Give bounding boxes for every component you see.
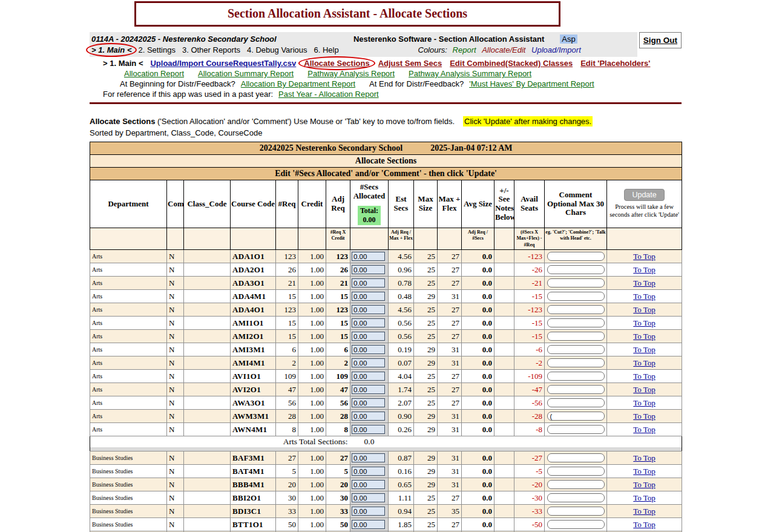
to-top-link[interactable]: To Top — [633, 292, 656, 301]
to-top-link[interactable]: To Top — [633, 345, 656, 354]
secs-allocated-input[interactable] — [352, 292, 385, 301]
comment-input[interactable] — [547, 493, 605, 502]
cell-est-secs: 4.56 — [389, 303, 414, 317]
to-top-link[interactable]: To Top — [633, 467, 656, 476]
secs-allocated-input[interactable] — [352, 412, 385, 421]
comment-input[interactable] — [547, 305, 605, 314]
secs-allocated-input[interactable] — [352, 265, 385, 274]
secs-allocated-input[interactable] — [352, 398, 385, 407]
to-top-link[interactable]: To Top — [633, 493, 656, 502]
comment-input[interactable] — [547, 480, 605, 489]
secs-allocated-input[interactable] — [352, 252, 385, 261]
secs-allocated-input[interactable] — [352, 467, 385, 476]
cell-class-code — [184, 277, 231, 290]
to-top-link[interactable]: To Top — [633, 385, 656, 394]
nav-link-pathway-analysis-summary-report[interactable]: Pathway Analysis Summary Report — [409, 69, 531, 78]
secs-allocated-input[interactable] — [352, 520, 385, 529]
to-top-link[interactable]: To Top — [633, 453, 656, 462]
comment-input[interactable] — [547, 372, 605, 381]
comment-input[interactable] — [547, 412, 605, 421]
secs-allocated-input[interactable] — [352, 372, 385, 381]
to-top-link[interactable]: To Top — [633, 398, 656, 407]
secs-allocated-input[interactable] — [352, 305, 385, 314]
secs-allocated-input[interactable] — [352, 332, 385, 341]
to-top-link[interactable]: To Top — [633, 318, 656, 327]
cell-req: 8 — [276, 423, 298, 436]
secs-allocated-input[interactable] — [352, 453, 385, 462]
cell-see-notes — [494, 263, 514, 277]
cell-class-code — [184, 383, 231, 396]
to-top-link[interactable]: To Top — [633, 480, 656, 489]
nav-link-allocate-sections[interactable]: Allocate Sections — [304, 59, 369, 68]
comment-input[interactable] — [547, 453, 605, 462]
cell-req: 109 — [276, 370, 298, 383]
comment-input[interactable] — [547, 345, 605, 354]
allocation-table-body: ArtsNADA1O11231.001234.5625270.0-123To T… — [90, 250, 682, 532]
menu-item-debug[interactable]: 4. Debug Various — [247, 45, 307, 54]
secs-allocated-input[interactable] — [352, 385, 385, 394]
comment-input[interactable] — [547, 332, 605, 341]
nav-link-pathway-analysis-report[interactable]: Pathway Analysis Report — [307, 69, 395, 78]
to-top-link[interactable]: To Top — [633, 425, 656, 434]
secs-allocated-input[interactable] — [352, 278, 385, 287]
cell-comb: N — [167, 317, 184, 330]
secs-allocated-input[interactable] — [352, 358, 385, 367]
comment-input[interactable] — [547, 425, 605, 434]
department-total-value: 0.0 — [350, 436, 389, 448]
nav-link-must-haves-by-department[interactable]: 'Must Haves' By Department Report — [469, 79, 594, 88]
comment-input[interactable] — [547, 278, 605, 287]
nav-link-adjust-sem-secs[interactable]: Adjust Sem Secs — [378, 59, 442, 68]
comment-input[interactable] — [547, 292, 605, 301]
secs-allocated-cell — [350, 317, 389, 330]
nav-link-allocation-by-department[interactable]: Allocation By Department Report — [241, 79, 355, 88]
menu-item-help[interactable]: 6. Help — [314, 45, 339, 54]
to-top-link[interactable]: To Top — [633, 358, 656, 367]
to-top-link[interactable]: To Top — [633, 305, 656, 314]
comment-input[interactable] — [547, 398, 605, 407]
nav-link-upload-import-csv[interactable]: Upload/Import CourseRequestTally.csv — [150, 59, 296, 68]
to-top-link[interactable]: To Top — [633, 332, 656, 341]
table-edit-instruction-row: Edit '#Secs Allocated' and/or 'Comment' … — [90, 168, 682, 180]
comment-input[interactable] — [547, 467, 605, 476]
secs-allocated-input[interactable] — [352, 318, 385, 327]
secs-allocated-input[interactable] — [352, 507, 385, 516]
to-top-link[interactable]: To Top — [633, 252, 656, 261]
cell-max-size: 29 — [414, 410, 438, 423]
secs-allocated-input[interactable] — [352, 345, 385, 354]
menu-item-main[interactable]: > 1. Main < — [91, 45, 131, 54]
to-top-link[interactable]: To Top — [633, 520, 656, 529]
comment-input[interactable] — [547, 318, 605, 327]
secs-allocated-input[interactable] — [352, 480, 385, 489]
secs-allocated-input[interactable] — [352, 425, 385, 434]
update-button[interactable]: Update — [624, 189, 664, 201]
to-top-link[interactable]: To Top — [633, 412, 656, 421]
nav-link-edit-combined[interactable]: Edit Combined(Stacked) Classes — [450, 59, 573, 68]
cell-class-code — [184, 410, 231, 423]
to-top-link[interactable]: To Top — [633, 372, 656, 381]
nav-link-edit-placeholders[interactable]: Edit 'Placeholders' — [580, 59, 650, 68]
cell-department: Arts — [90, 383, 167, 396]
nav-link-allocation-report[interactable]: Allocation Report — [124, 69, 184, 78]
sorted-by-line: Sorted by Department, Class_Code, Course… — [90, 128, 682, 137]
comment-input[interactable] — [547, 252, 605, 261]
cell-avail-seats: -33 — [514, 505, 545, 518]
comment-input[interactable] — [547, 385, 605, 394]
comment-input[interactable] — [547, 265, 605, 274]
to-top-link[interactable]: To Top — [633, 265, 656, 274]
cell-department: Business Studies — [90, 478, 167, 491]
menu-item-other-reports[interactable]: 3. Other Reports — [182, 45, 240, 54]
legend-upload-import: Upload/Import — [531, 45, 581, 54]
comment-input[interactable] — [547, 358, 605, 367]
comment-input[interactable] — [547, 520, 605, 529]
cell-class-code — [184, 290, 231, 303]
subheader-cell — [350, 228, 389, 250]
to-top-link[interactable]: To Top — [633, 507, 656, 516]
sign-out-link[interactable]: Sign Out — [643, 36, 677, 45]
menu-item-settings[interactable]: 2. Settings — [138, 45, 175, 54]
secs-allocated-input[interactable] — [352, 493, 385, 502]
comment-input[interactable] — [547, 507, 605, 516]
nav-link-past-year-allocation-report[interactable]: Past Year - Allocation Report — [278, 90, 379, 99]
cell-max-size: 29 — [414, 478, 438, 491]
to-top-link[interactable]: To Top — [633, 278, 656, 287]
nav-link-allocation-summary-report[interactable]: Allocation Summary Report — [198, 69, 294, 78]
